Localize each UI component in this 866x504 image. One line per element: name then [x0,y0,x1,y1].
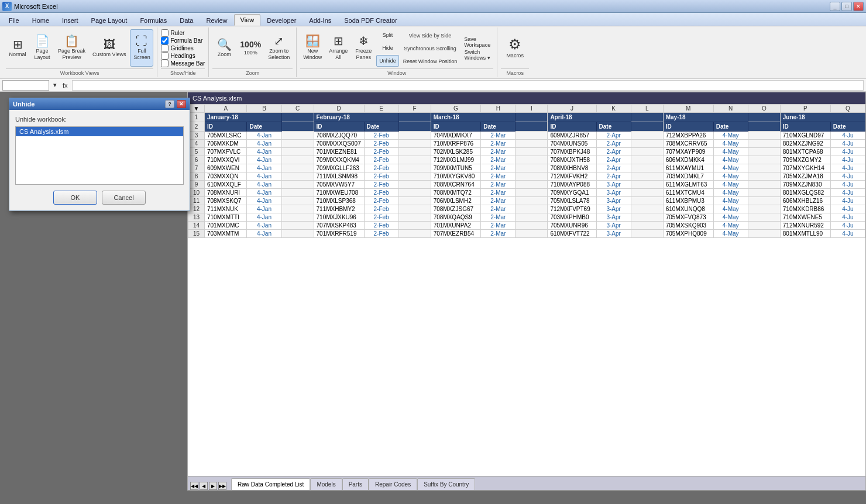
table-cell[interactable]: 2-Mar [481,222,516,230]
table-cell[interactable]: 710MXLSP368 [314,197,364,205]
table-cell[interactable] [516,148,548,156]
table-cell[interactable]: 2-Feb [364,189,398,197]
col-header-E[interactable]: E [364,105,398,113]
table-cell[interactable] [281,230,314,238]
table-cell[interactable]: 4-May [713,140,748,148]
table-cell[interactable]: 801MXMTLL90 [780,230,830,238]
synchronous-scrolling-button[interactable]: Synchronous Scrolling [400,43,461,54]
col-header-D[interactable]: D [314,105,364,113]
table-cell[interactable]: 2-Feb [364,172,398,181]
table-cell[interactable] [281,148,314,156]
table-cell[interactable]: 3-Apr [596,197,631,205]
table-cell[interactable] [281,197,314,205]
table-cell[interactable]: 705MXLSLA78 [548,197,596,205]
table-cell[interactable]: 709MXYGQA1 [548,189,596,197]
tab-soda[interactable]: Soda PDF Creator [338,15,403,26]
table-cell[interactable]: 708MXNURI [205,189,247,197]
table-cell[interactable] [281,132,314,140]
formula-bar-checkbox-item[interactable]: Formula Bar [161,37,205,44]
table-cell[interactable]: 2-Mar [481,140,516,148]
table-cell[interactable] [398,181,431,189]
table-cell[interactable]: 703MXXQN [205,172,247,181]
table-cell[interactable]: 2-Mar [481,213,516,222]
table-cell[interactable] [281,156,314,164]
table-cell[interactable]: 708MXQAQS9 [431,213,481,222]
table-cell[interactable] [631,172,663,181]
table-cell[interactable] [748,181,780,189]
view-side-by-side-button[interactable]: View Side by Side [400,30,461,42]
dialog-ok-button[interactable]: OK [53,191,97,205]
dialog-help-button[interactable]: ? [165,100,174,108]
col-header-O[interactable]: O [748,105,780,113]
table-cell[interactable] [631,197,663,205]
table-cell[interactable] [748,213,780,222]
table-cell[interactable]: 705MXVW5Y7 [314,181,364,189]
table-cell[interactable]: 2-Apr [596,164,631,172]
table-cell[interactable]: 709MXMTUN5 [431,164,481,172]
table-cell[interactable] [398,230,431,238]
close-title-button[interactable]: ✕ [853,2,864,11]
ruler-checkbox[interactable] [161,29,169,37]
minimize-button[interactable]: _ [830,2,840,11]
table-cell[interactable] [516,172,548,181]
table-cell[interactable]: 611MXBPMU3 [663,197,713,205]
tab-addins[interactable]: Add-Ins [303,15,338,26]
table-cell[interactable]: 707MXFVLC [205,148,247,156]
table-cell[interactable]: 4-Jan [247,156,281,164]
table-cell[interactable]: 2-Feb [364,230,398,238]
table-cell[interactable]: 708MXSKQ7 [205,197,247,205]
table-cell[interactable]: 4-Jan [247,197,281,205]
table-cell[interactable]: 701MXRFR519 [314,230,364,238]
formula-input[interactable] [72,80,864,91]
table-cell[interactable]: 4-Jan [247,189,281,197]
table-cell[interactable]: 4-May [713,213,748,222]
table-cell[interactable]: 705MXZJMA18 [780,172,830,181]
table-cell[interactable] [631,181,663,189]
table-cell[interactable]: 701MXEZNE81 [314,148,364,156]
table-cell[interactable]: 707MXEZRB54 [431,230,481,238]
tab-page-layout[interactable]: Page Layout [85,15,134,26]
table-cell[interactable] [748,164,780,172]
table-cell[interactable]: 708MXXXQS007 [314,140,364,148]
table-cell[interactable]: 710MXMTTI [205,213,247,222]
table-cell[interactable]: 2-Apr [596,156,631,164]
col-header-P[interactable]: P [780,105,830,113]
sheet-tab-models[interactable]: Models [310,478,342,490]
table-cell[interactable]: 709MXGLLF263 [314,164,364,172]
sheet-tab-parts[interactable]: Parts [342,478,369,490]
col-header-M[interactable]: M [663,105,713,113]
tab-insert[interactable]: Insert [56,15,85,26]
table-cell[interactable] [281,172,314,181]
table-cell[interactable] [398,148,431,156]
table-cell[interactable]: 4-May [713,189,748,197]
formula-bar-checkbox[interactable] [161,37,169,44]
table-cell[interactable] [516,156,548,164]
zoom-selection-button[interactable]: ⤢ Zoom toSelection [265,29,293,67]
table-cell[interactable] [516,181,548,189]
unhide-button[interactable]: Unhide [376,55,399,67]
table-cell[interactable] [748,222,780,230]
table-cell[interactable]: 710MXAYP088 [548,181,596,189]
table-cell[interactable] [516,213,548,222]
reset-window-button[interactable]: Reset Window Position [400,56,461,67]
table-cell[interactable] [631,205,663,213]
table-cell[interactable]: 707MXSKP483 [314,222,364,230]
table-cell[interactable]: 2-Apr [596,140,631,148]
col-header-Q[interactable]: Q [830,105,865,113]
table-cell[interactable]: 2-Feb [364,213,398,222]
table-cell[interactable]: 712MXFVKH2 [548,172,596,181]
table-cell[interactable] [398,172,431,181]
table-cell[interactable]: 702MXLSK285 [431,148,481,156]
freeze-panes-button[interactable]: ❄ FreezePanes [352,29,375,67]
table-cell[interactable]: 611MXAYMU1 [663,164,713,172]
table-cell[interactable]: 712MXBPPA26 [663,132,713,140]
table-cell[interactable] [631,148,663,156]
table-cell[interactable]: 711MXHBMY2 [314,205,364,213]
table-cell[interactable]: 709MXZJN830 [780,181,830,189]
table-cell[interactable]: 4-May [713,181,748,189]
tab-nav-prev[interactable]: ◀ [200,482,208,490]
col-header-J[interactable]: J [548,105,596,113]
table-cell[interactable]: 710MXGLND97 [780,132,830,140]
table-cell[interactable]: 4-May [713,205,748,213]
table-cell[interactable]: 4-Ju [830,132,865,140]
